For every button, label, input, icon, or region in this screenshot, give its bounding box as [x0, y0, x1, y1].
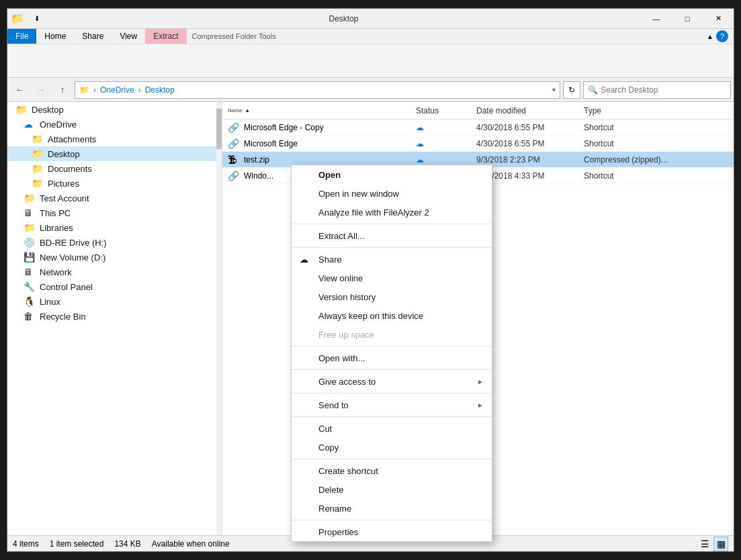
toolbar-row: ← → ↑ 📁 › OneDrive › Desktop ▾ ↻ 🔍	[7, 78, 734, 102]
view-buttons: ☰ ▦	[697, 536, 728, 551]
col-header-name[interactable]: Name ▲	[222, 107, 410, 113]
col-header-status[interactable]: Status	[410, 106, 471, 115]
sidebar: 📁 Desktop ☁ OneDrive 📁 Attachments 📁 Des…	[7, 102, 222, 535]
file-date: 4/30/2018 6:55 PM	[471, 139, 578, 148]
sidebar-item-bdredrive[interactable]: 💿 BD-RE Drive (H:)	[7, 235, 222, 250]
network-icon: 🖥	[24, 267, 36, 277]
file-row[interactable]: 🔗 Microsoft Edge - Copy ☁ 4/30/2018 6:55…	[222, 120, 734, 136]
ctx-share[interactable]: ☁ Share	[292, 250, 492, 269]
ctx-analyze[interactable]: Analyze file with FileAlyzer 2	[292, 203, 492, 222]
file-type: Shortcut	[578, 171, 734, 181]
ribbon-tabs: File Home Share View Extract Compressed …	[7, 29, 734, 44]
ctx-rename[interactable]: Rename	[292, 499, 492, 518]
ctx-always-keep[interactable]: Always keep on this device	[292, 306, 492, 325]
window-controls: — □ ✕	[641, 9, 734, 29]
ctx-open-new-window[interactable]: Open in new window	[292, 184, 492, 203]
up-button[interactable]: ↑	[53, 81, 72, 99]
folder-icon: 📁	[32, 134, 44, 144]
ctx-sep-4	[292, 369, 492, 370]
ctx-properties[interactable]: Properties	[292, 522, 492, 541]
file-size: 134 KB	[114, 539, 140, 549]
close-button[interactable]: ✕	[703, 9, 734, 29]
ctx-extract-all[interactable]: Extract All...	[292, 226, 492, 245]
sidebar-item-thispc[interactable]: 🖥 This PC	[7, 205, 222, 220]
ctx-copy[interactable]: Copy	[292, 438, 492, 457]
search-box[interactable]: 🔍	[583, 81, 731, 99]
ctx-cut[interactable]: Cut	[292, 419, 492, 438]
availability-note: Available when online	[152, 539, 230, 549]
sidebar-item-documents[interactable]: 📁 Documents	[7, 161, 222, 176]
ctx-sep-2	[292, 247, 492, 248]
ctx-create-shortcut[interactable]: Create shortcut	[292, 461, 492, 480]
forward-button[interactable]: →	[32, 81, 50, 99]
control-panel-icon: 🔧	[24, 281, 36, 292]
file-type: Shortcut	[578, 139, 734, 148]
pc-icon: 🖥	[24, 207, 36, 218]
ctx-send-to[interactable]: Send to ►	[292, 395, 492, 414]
search-input[interactable]	[601, 85, 726, 95]
ctx-version-history[interactable]: Version history	[292, 287, 492, 306]
search-icon: 🔍	[588, 85, 598, 95]
cloud-icon: ☁	[416, 139, 424, 148]
title-bar: 📁 ⬇ Desktop — □ ✕	[7, 9, 734, 29]
folder-icon: 📁	[32, 178, 44, 189]
list-view-btn[interactable]: ☰	[697, 536, 712, 551]
sidebar-item-libraries[interactable]: 📁 Libraries	[7, 220, 222, 235]
sidebar-item-linux[interactable]: 🐧 Linux	[7, 294, 222, 309]
sidebar-item-testaccount[interactable]: 📁 Test Account	[7, 191, 222, 205]
item-count: 4 items	[13, 539, 39, 549]
selected-count: 1 item selected	[50, 539, 104, 549]
back-button[interactable]: ←	[10, 81, 29, 99]
sidebar-item-pictures[interactable]: 📁 Pictures	[7, 176, 222, 191]
ctx-open[interactable]: Open	[292, 165, 492, 184]
sidebar-item-recyclebin[interactable]: 🗑 Recycle Bin	[7, 309, 222, 324]
file-name: 🔗 Microsoft Edge - Copy	[222, 122, 410, 133]
tab-share[interactable]: Share	[74, 29, 112, 44]
drive-icon: 💾	[24, 252, 36, 263]
breadcrumb-onedrive[interactable]: OneDrive	[100, 85, 134, 95]
window-title: Desktop	[46, 14, 641, 24]
ctx-give-access[interactable]: Give access to ►	[292, 372, 492, 391]
tab-view[interactable]: View	[112, 29, 145, 44]
file-name: 🔗 Microsoft Edge	[222, 138, 410, 149]
window-icon: 📁	[7, 9, 28, 29]
breadcrumb-desktop[interactable]: Desktop	[145, 85, 175, 95]
ctx-open-with[interactable]: Open with...	[292, 348, 492, 367]
file-icon: 🔗	[228, 122, 240, 133]
sidebar-item-onedrive[interactable]: ☁ OneDrive	[7, 117, 222, 132]
address-bar[interactable]: 📁 › OneDrive › Desktop ▾	[75, 81, 560, 99]
file-icon: 🔗	[228, 138, 240, 149]
ribbon: File Home Share View Extract Compressed …	[7, 29, 734, 78]
file-name: 🗜 test.zip	[222, 154, 410, 165]
tab-extract[interactable]: Extract	[145, 29, 186, 44]
sidebar-item-attachments[interactable]: 📁 Attachments	[7, 132, 222, 146]
qa-properties-btn[interactable]: ⬇	[30, 12, 44, 26]
details-view-btn[interactable]: ▦	[713, 536, 728, 551]
tab-home[interactable]: Home	[36, 29, 74, 44]
col-header-type[interactable]: Type	[578, 106, 734, 115]
file-row[interactable]: 🔗 Microsoft Edge ☁ 4/30/2018 6:55 PM Sho…	[222, 136, 734, 152]
minimize-button[interactable]: —	[641, 9, 672, 29]
sidebar-item-network[interactable]: 🖥 Network	[7, 265, 222, 279]
sidebar-item-desktop[interactable]: 📁 Desktop	[7, 102, 222, 117]
ctx-delete[interactable]: Delete	[292, 480, 492, 499]
cloud-icon: ☁	[416, 123, 424, 132]
tab-file[interactable]: File	[7, 29, 36, 44]
help-button[interactable]: ?	[716, 30, 728, 42]
sidebar-item-controlpanel[interactable]: 🔧 Control Panel	[7, 279, 222, 294]
ribbon-collapse-btn[interactable]: ▲	[707, 33, 713, 40]
sidebar-item-newvolume[interactable]: 💾 New Volume (D:)	[7, 250, 222, 265]
maximize-button[interactable]: □	[672, 9, 703, 29]
ctx-sep-1	[292, 224, 492, 224]
folder-icon: 📁	[24, 193, 36, 203]
sidebar-item-desktop-sub[interactable]: 📁 Desktop	[7, 146, 222, 161]
cloud-icon: ☁	[416, 155, 424, 165]
refresh-button[interactable]: ↻	[563, 81, 580, 99]
file-type: Compressed (zipped)...	[578, 155, 734, 165]
address-chevron-icon[interactable]: ▾	[552, 86, 556, 93]
ctx-view-online[interactable]: View online	[292, 269, 492, 287]
col-header-date[interactable]: Date modified	[471, 106, 578, 115]
zip-file-icon: 🗜	[228, 154, 240, 165]
sort-icon: ▲	[245, 107, 250, 113]
file-type: Shortcut	[578, 123, 734, 132]
